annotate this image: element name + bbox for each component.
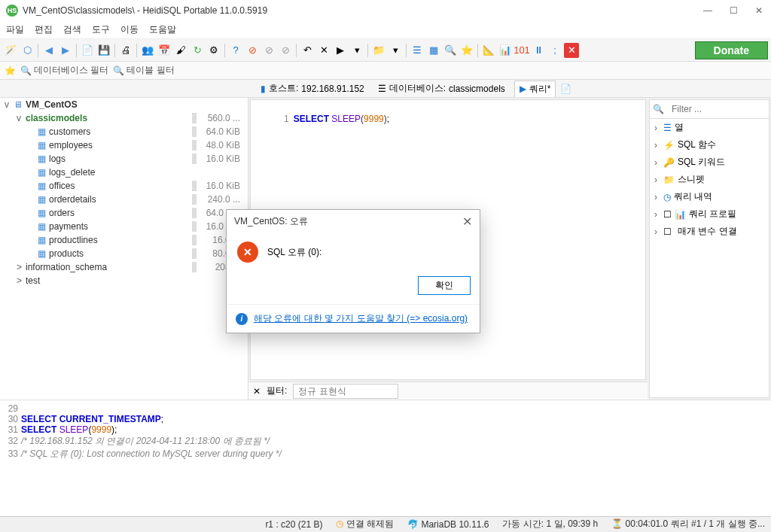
menu-search[interactable]: 검색 [63, 23, 81, 36]
rp-item[interactable]: ›◷쿼리 내역 [650, 188, 769, 205]
menu-help[interactable]: 도움말 [149, 23, 176, 36]
list-icon[interactable]: ☰ [410, 43, 425, 58]
folder-icon[interactable]: 📁 [371, 43, 386, 58]
toolbar: 🪄 ⬡ ◀ ▶ 📄 💾 🖨 👥 📅 🖌 ↻ ⚙ ? ⊘ ⊘ ⊘ ↶ ✕ ▶ ▾ … [0, 39, 771, 62]
menu-go[interactable]: 이동 [120, 23, 139, 36]
rp-item[interactable]: ›⚡SQL 함수 [650, 136, 769, 154]
tab-query[interactable]: ▶ 쿼리* [514, 81, 556, 97]
menu-tools[interactable]: 도구 [92, 23, 110, 36]
tree-row[interactable]: ▦orderdetails240.0 ... [0, 193, 248, 206]
rp-label: 쿼리 프로필 [689, 208, 736, 220]
print-icon[interactable]: 🖨 [118, 43, 133, 58]
wand-icon[interactable]: 🪄 [3, 43, 18, 58]
tree-row[interactable]: ▦offices16.0 KiB [0, 179, 248, 193]
semicolon-icon[interactable]: ; [547, 43, 562, 58]
rp-item[interactable]: ›🔑SQL 키워드 [650, 154, 769, 171]
maximize-icon[interactable]: ☐ [727, 5, 739, 16]
tool-icon[interactable]: ⬡ [20, 43, 35, 58]
binary-icon[interactable]: 101 [514, 43, 529, 58]
tree-row[interactable]: >information_schema208 ... [0, 260, 248, 274]
table-icon: ▦ [38, 208, 46, 218]
tab-host[interactable]: ▮ 호스트: 192.168.91.152 [256, 81, 369, 96]
chart-icon[interactable]: 📊 [498, 43, 513, 58]
db-icon: ☰ [378, 84, 386, 94]
tree-row[interactable]: ▦payments16.0 KiB [0, 220, 248, 233]
doc-icon[interactable]: 📄 [80, 43, 95, 58]
rp-item[interactable]: ›☰열 [650, 119, 769, 136]
cal-icon[interactable]: 📅 [157, 43, 172, 58]
play-icon[interactable]: ▶ [333, 43, 348, 58]
ok-button[interactable]: 확인 [418, 276, 471, 295]
tree-size: 240.0 ... [198, 194, 243, 205]
tree-size: 16.0 KiB [198, 181, 243, 191]
tree-row[interactable]: ▦orders64.0 KiB [0, 206, 248, 220]
stop2-icon[interactable]: ⊘ [261, 43, 276, 58]
tree-row[interactable]: ▦products80.0 ... [0, 247, 248, 260]
tree-row[interactable]: >test [0, 274, 248, 287]
rp-icon: ◷ [663, 192, 671, 202]
editor-filter-row: ✕ 필터: [248, 382, 648, 400]
settings-icon[interactable]: ⚙ [206, 43, 221, 58]
table-icon: ▦ [38, 154, 46, 164]
stop3-icon[interactable]: ⊘ [278, 43, 293, 58]
refresh-icon[interactable]: ↻ [190, 43, 205, 58]
tree-label: test [26, 275, 243, 286]
tree-row[interactable]: ▦customers64.0 KiB [0, 125, 248, 138]
people-icon[interactable]: 👥 [140, 43, 155, 58]
close-icon[interactable]: ✕ [753, 5, 765, 16]
rp-item[interactable]: ›📁스니펫 [650, 171, 769, 188]
brush-icon[interactable]: 🖌 [173, 43, 188, 58]
play-tab-icon: ▶ [520, 84, 526, 94]
filter-label: 필터: [267, 385, 287, 397]
tree-row[interactable]: ▦logs_delete [0, 166, 248, 179]
forward-icon[interactable]: ▶ [58, 43, 73, 58]
undo-icon[interactable]: ↶ [300, 43, 315, 58]
tab-database[interactable]: ☰ 데이터베이스: classicmodels [373, 81, 510, 96]
save-icon[interactable]: 💾 [96, 43, 111, 58]
rp-item[interactable]: ›☐매개 변수 연결 [650, 223, 769, 240]
dialog-titlebar[interactable]: VM_CentOS: 오류 ✕ [227, 210, 480, 233]
rp-filter-input[interactable] [667, 102, 766, 117]
db-filter[interactable]: 🔍 데이터베이스 필터 [20, 64, 108, 77]
cancel-icon[interactable]: ✕ [316, 43, 331, 58]
stop-icon[interactable]: ✕ [564, 43, 579, 58]
table-icon: ▦ [38, 167, 46, 178]
dropdown-icon[interactable]: ▾ [349, 43, 364, 58]
star-icon[interactable]: ⭐ [459, 43, 474, 58]
add-tab-icon[interactable]: 📄 [560, 84, 571, 94]
minimize-icon[interactable]: — [702, 5, 714, 16]
grid-icon[interactable]: ▦ [426, 43, 441, 58]
status-uptime: 가동 시간: 1 일, 09:39 h [502, 518, 598, 530]
help-link[interactable]: 해당 오류에 대한 몇 가지 도움말 찾기 (=> ecosia.org) [254, 312, 468, 325]
tree-row[interactable]: vclassicmodels560.0 ... [0, 111, 248, 125]
status-timer: ⏳ 00:04:01.0 쿼리 #1 / 1 개 실행 중... [611, 518, 765, 530]
table-filter[interactable]: 🔍 테이블 필터 [113, 64, 174, 77]
close-filter-icon[interactable]: ✕ [253, 386, 261, 397]
tree-row[interactable]: ▦logs16.0 KiB [0, 152, 248, 166]
menu-file[interactable]: 파일 [6, 23, 24, 36]
back-icon[interactable]: ◀ [41, 43, 56, 58]
status-cursor: r1 : c20 (21 B) [265, 519, 322, 530]
zoom-icon[interactable]: 🔍 [443, 43, 458, 58]
rp-icon: ⚡ [663, 140, 675, 150]
star-filter-icon[interactable]: ⭐ [5, 65, 16, 76]
rp-label: SQL 키워드 [678, 156, 725, 169]
rp-icon: 📁 [663, 175, 675, 185]
dialog-close-icon[interactable]: ✕ [462, 214, 472, 229]
sidebar-tree[interactable]: v🖥VM_CentOSvclassicmodels560.0 ...▦custo… [0, 98, 248, 400]
search-icon: 🔍 [653, 104, 664, 114]
dropdown2-icon[interactable]: ▾ [388, 43, 403, 58]
tree-row[interactable]: v🖥VM_CentOS [0, 98, 248, 111]
tree-row[interactable]: ▦employees48.0 KiB [0, 138, 248, 152]
pause-icon[interactable]: ⏸ [531, 43, 546, 58]
tree-row[interactable]: ▦productlines16.0 ... [0, 233, 248, 247]
log-area[interactable]: 2930SELECT CURRENT_TIMESTAMP;31SELECT SL… [0, 400, 771, 516]
filter-input[interactable] [293, 384, 398, 399]
stop1-icon[interactable]: ⊘ [245, 43, 260, 58]
help-icon[interactable]: ? [228, 43, 243, 58]
ruler-icon[interactable]: 📐 [481, 43, 496, 58]
rp-item[interactable]: ›☐📊쿼리 프로필 [650, 205, 769, 223]
donate-button[interactable]: Donate [695, 41, 768, 59]
menu-edit[interactable]: 편집 [35, 23, 53, 36]
table-icon: ▦ [38, 140, 46, 150]
